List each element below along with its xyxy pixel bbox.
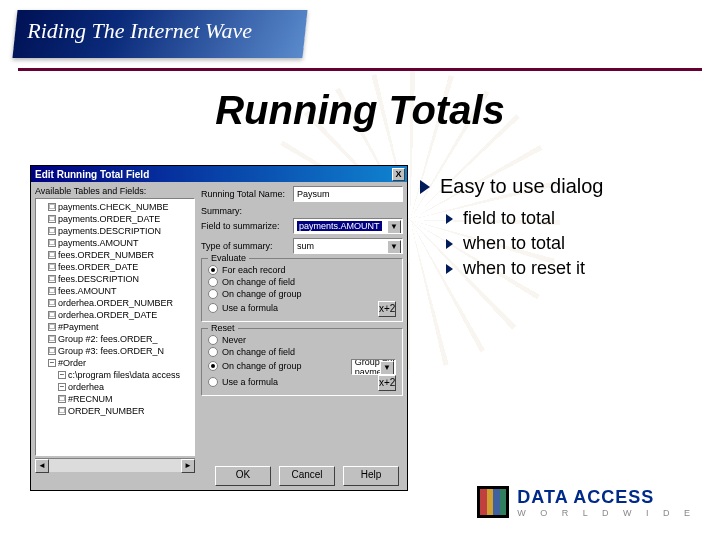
tree-item-label: #RECNUM — [68, 393, 113, 405]
field-icon[interactable]: □ — [48, 275, 56, 283]
field-icon[interactable]: □ — [48, 227, 56, 235]
type-of-summary-label: Type of summary: — [201, 241, 287, 251]
bullet-arrow-icon — [420, 180, 430, 194]
evaluate-option[interactable]: Use a formula — [208, 303, 278, 313]
radio-icon[interactable] — [208, 377, 218, 387]
field-icon[interactable]: □ — [48, 287, 56, 295]
running-total-name-label: Running Total Name: — [201, 189, 287, 199]
field-to-summarize-combo[interactable]: payments.AMOUNT ▼ — [293, 218, 403, 234]
field-icon[interactable]: □ — [48, 251, 56, 259]
tree-item[interactable]: −orderhea — [38, 381, 192, 393]
dialog-title: Edit Running Total Field — [35, 169, 149, 180]
evaluate-group: Evaluate For each recordOn change of fie… — [201, 258, 403, 322]
type-of-summary-combo[interactable]: sum ▼ — [293, 238, 403, 254]
reset-option[interactable]: On change of group — [208, 361, 302, 371]
evaluate-option-label: Use a formula — [222, 303, 278, 313]
evaluate-option[interactable]: For each record — [208, 265, 286, 275]
close-button[interactable]: X — [392, 168, 405, 181]
reset-group: Reset NeverOn change of fieldOn change o… — [201, 328, 403, 396]
field-icon[interactable]: □ — [58, 407, 66, 415]
evaluate-option-label: For each record — [222, 265, 286, 275]
running-total-name-input[interactable]: Paysum — [293, 186, 403, 202]
reset-option-label: On change of field — [222, 347, 295, 357]
radio-icon[interactable] — [208, 265, 218, 275]
field-icon[interactable]: □ — [48, 323, 56, 331]
chevron-down-icon[interactable]: ▼ — [380, 361, 394, 375]
reset-group-title: Reset — [208, 323, 238, 333]
field-icon[interactable]: □ — [58, 395, 66, 403]
tree-item[interactable]: □Group #2: fees.ORDER_ — [38, 333, 192, 345]
available-fields-label: Available Tables and Fields: — [35, 186, 195, 196]
collapse-icon[interactable]: − — [58, 383, 66, 391]
tree-item[interactable]: □payments.CHECK_NUMBE — [38, 201, 192, 213]
field-icon[interactable]: □ — [48, 263, 56, 271]
radio-icon[interactable] — [208, 335, 218, 345]
field-icon[interactable]: □ — [48, 311, 56, 319]
tree-item-label: payments.ORDER_DATE — [58, 213, 160, 225]
radio-icon[interactable] — [208, 277, 218, 287]
dialog-titlebar[interactable]: Edit Running Total Field X — [31, 166, 407, 182]
tree-item[interactable]: −#Order — [38, 357, 192, 369]
tree-item-label: #Payment — [58, 321, 99, 333]
radio-icon[interactable] — [208, 289, 218, 299]
tree-item[interactable]: □orderhea.ORDER_NUMBER — [38, 297, 192, 309]
evaluate-option[interactable]: On change of group — [208, 289, 302, 299]
tree-item[interactable]: □payments.DESCRIPTION — [38, 225, 192, 237]
radio-icon[interactable] — [208, 361, 218, 371]
tree-item[interactable]: □payments.ORDER_DATE — [38, 213, 192, 225]
tree-item[interactable]: −c:\program files\data access — [38, 369, 192, 381]
chevron-down-icon[interactable]: ▼ — [387, 220, 401, 234]
tree-scrollbar[interactable]: ◄ ► — [35, 458, 195, 472]
field-icon[interactable]: □ — [48, 203, 56, 211]
banner-text: Riding The Internet Wave — [27, 18, 252, 44]
collapse-icon[interactable]: − — [48, 359, 56, 367]
cancel-button[interactable]: Cancel — [279, 466, 335, 486]
tree-item[interactable]: □fees.ORDER_NUMBER — [38, 249, 192, 261]
footer-logo: DATA ACCESS W O R L D W I D E — [477, 486, 696, 518]
dialog-button-bar: OK Cancel Help — [215, 466, 399, 486]
reset-option[interactable]: On change of field — [208, 347, 295, 357]
formula-button[interactable]: x+2 — [378, 375, 396, 391]
evaluate-option-label: On change of field — [222, 277, 295, 287]
logo-text-sub: W O R L D W I D E — [517, 508, 696, 518]
tree-item-label: fees.AMOUNT — [58, 285, 117, 297]
reset-option[interactable]: Use a formula — [208, 377, 278, 387]
tree-item[interactable]: □fees.DESCRIPTION — [38, 273, 192, 285]
help-button[interactable]: Help — [343, 466, 399, 486]
tree-item-label: orderhea.ORDER_NUMBER — [58, 297, 173, 309]
radio-icon[interactable] — [208, 303, 218, 313]
tree-item[interactable]: □#RECNUM — [38, 393, 192, 405]
tree-item-label: orderhea — [68, 381, 104, 393]
collapse-icon[interactable]: − — [58, 371, 66, 379]
bullet-sub-item: when to total — [446, 233, 700, 254]
tree-item[interactable]: □orderhea.ORDER_DATE — [38, 309, 192, 321]
reset-option-label: Never — [222, 335, 246, 345]
reset-group-combo[interactable]: Group #2: payments.ORDER_NU▼ — [351, 359, 396, 375]
tree-item[interactable]: □ORDER_NUMBER — [38, 405, 192, 417]
chevron-down-icon[interactable]: ▼ — [387, 240, 401, 254]
field-icon[interactable]: □ — [48, 347, 56, 355]
radio-icon[interactable] — [208, 347, 218, 357]
field-icon[interactable]: □ — [48, 335, 56, 343]
tree-item-label: orderhea.ORDER_DATE — [58, 309, 157, 321]
scroll-right-button[interactable]: ► — [181, 459, 195, 473]
field-icon[interactable]: □ — [48, 239, 56, 247]
available-fields-tree[interactable]: □payments.CHECK_NUMBE□payments.ORDER_DAT… — [35, 198, 195, 456]
bullet-arrow-icon — [446, 239, 453, 249]
tree-item[interactable]: □#Payment — [38, 321, 192, 333]
tree-item[interactable]: □Group #3: fees.ORDER_N — [38, 345, 192, 357]
scroll-left-button[interactable]: ◄ — [35, 459, 49, 473]
formula-button[interactable]: x+2 — [378, 301, 396, 317]
tree-item-label: payments.DESCRIPTION — [58, 225, 161, 237]
ok-button[interactable]: OK — [215, 466, 271, 486]
type-of-summary-value: sum — [297, 241, 314, 251]
reset-option[interactable]: Never — [208, 335, 246, 345]
tree-item[interactable]: □fees.ORDER_DATE — [38, 261, 192, 273]
field-icon[interactable]: □ — [48, 299, 56, 307]
field-icon[interactable]: □ — [48, 215, 56, 223]
evaluate-option[interactable]: On change of field — [208, 277, 295, 287]
field-to-summarize-value: payments.AMOUNT — [297, 221, 382, 231]
logo-icon — [477, 486, 509, 518]
tree-item[interactable]: □fees.AMOUNT — [38, 285, 192, 297]
tree-item[interactable]: □payments.AMOUNT — [38, 237, 192, 249]
